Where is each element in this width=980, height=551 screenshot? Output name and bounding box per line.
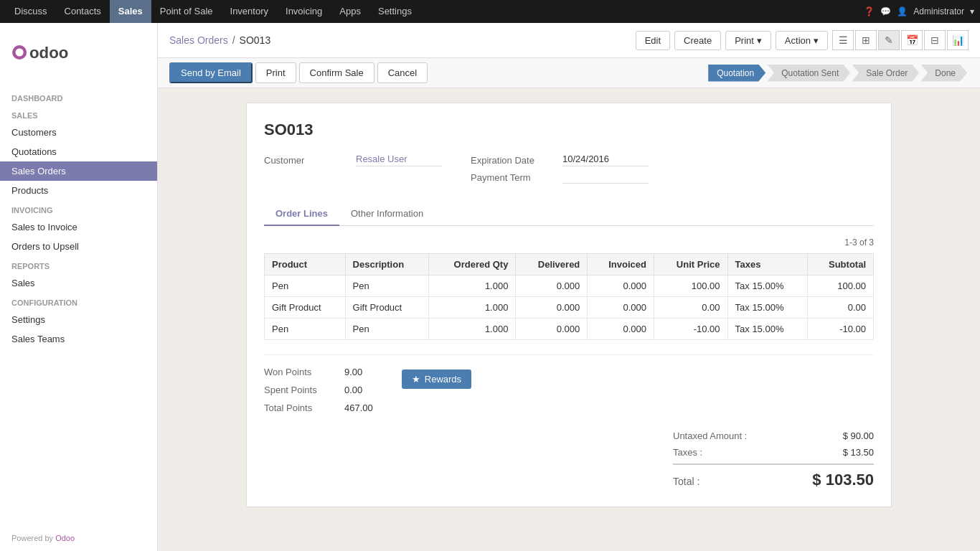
sidebar-section-reports: Reports [0, 256, 157, 273]
table-row[interactable]: Gift Product Gift Product 1.000 0.000 0.… [265, 297, 874, 319]
nav-invoicing[interactable]: Invoicing [277, 0, 331, 23]
cell-description: Gift Product [345, 297, 428, 319]
cell-delivered: 0.000 [516, 319, 588, 340]
col-subtotal: Subtotal [808, 254, 874, 276]
customer-value[interactable]: Resale User [356, 154, 442, 166]
nav-contacts[interactable]: Contacts [56, 0, 110, 23]
cancel-button[interactable]: Cancel [377, 62, 428, 83]
total-points-row: Total Points 467.00 [264, 402, 373, 413]
sidebar-item-sales-orders[interactable]: Sales Orders [0, 161, 157, 181]
sidebar-section-configuration: Configuration [0, 293, 157, 310]
form-view-icon[interactable]: ✎ [878, 30, 900, 50]
cell-description: Pen [345, 276, 428, 297]
nav-sales[interactable]: Sales [110, 0, 151, 23]
sidebar-item-products[interactable]: Products [0, 181, 157, 200]
action-button[interactable]: Action▾ [776, 31, 828, 50]
col-invoiced: Invoiced [588, 254, 654, 276]
rewards-button[interactable]: ★ Rewards [402, 369, 471, 389]
chat-icon[interactable]: 💬 [880, 6, 891, 17]
payment-term-row: Payment Term [471, 171, 649, 184]
cell-ordered-qty: 1.000 [428, 319, 516, 340]
table-row[interactable]: Pen Pen 1.000 0.000 0.000 100.00 Tax 15.… [265, 276, 874, 297]
sidebar-item-orders-to-upsell[interactable]: Orders to Upsell [0, 237, 157, 256]
sidebar-item-settings[interactable]: Settings [0, 310, 157, 329]
view-icons: ☰ ⊞ ✎ 📅 ⊟ 📊 [832, 30, 969, 50]
help-icon[interactable]: ❓ [864, 6, 875, 17]
sidebar-item-quotations[interactable]: Quotations [0, 142, 157, 161]
breadcrumb-current: SO013 [240, 34, 271, 46]
so-number: SO013 [264, 121, 874, 139]
cell-ordered-qty: 1.000 [428, 276, 516, 297]
main-content: Sales Orders / SO013 Edit Create Print▾ … [158, 23, 980, 551]
cell-product: Pen [265, 319, 346, 340]
confirm-sale-button[interactable]: Confirm Sale [299, 62, 374, 83]
total-label: Total : [673, 476, 699, 487]
calendar-view-icon[interactable]: 📅 [901, 30, 923, 50]
sidebar-item-customers[interactable]: Customers [0, 123, 157, 142]
send-by-email-button[interactable]: Send by Email [169, 62, 253, 83]
odoo-logo: odoo [11, 34, 83, 77]
nav-point-of-sale[interactable]: Point of Sale [151, 0, 222, 23]
print-button[interactable]: Print▾ [725, 31, 771, 50]
sidebar-item-sales-to-invoice[interactable]: Sales to Invoice [0, 217, 157, 237]
untaxed-amount-row: Untaxed Amount : $ 90.00 [673, 428, 874, 444]
top-nav-user: ❓ 💬 👤 Administrator ▾ [864, 6, 974, 17]
cell-invoiced: 0.000 [588, 319, 654, 340]
status-quotation[interactable]: Quotation [708, 65, 765, 82]
cell-ordered-qty: 1.000 [428, 297, 516, 319]
pivot-view-icon[interactable]: ⊟ [924, 30, 946, 50]
main-layout: odoo Dashboard Sales Customers Quotation… [0, 23, 980, 551]
sidebar-item-reports-sales[interactable]: Sales [0, 273, 157, 293]
breadcrumb-parent[interactable]: Sales Orders [169, 34, 228, 46]
total-value: $ 103.50 [812, 471, 874, 489]
table-row[interactable]: Pen Pen 1.000 0.000 0.000 -10.00 Tax 15.… [265, 319, 874, 340]
cell-invoiced: 0.000 [588, 276, 654, 297]
cell-product: Pen [265, 276, 346, 297]
cell-subtotal: -10.00 [808, 319, 874, 340]
nav-discuss[interactable]: Discuss [6, 0, 56, 23]
points-group: Won Points 9.00 Spent Points 0.00 Total … [264, 367, 373, 413]
form-tabs: Order Lines Other Information [264, 202, 874, 226]
spent-points-row: Spent Points 0.00 [264, 385, 373, 395]
expiration-date-value[interactable]: 10/24/2016 [562, 154, 649, 166]
taxes-value: $ 13.50 [843, 447, 874, 458]
tab-other-information[interactable]: Other Information [339, 202, 435, 226]
col-description: Description [345, 254, 428, 276]
nav-apps[interactable]: Apps [331, 0, 369, 23]
user-label[interactable]: Administrator [913, 6, 964, 17]
spent-points-label: Spent Points [264, 385, 336, 395]
print-action-button[interactable]: Print [255, 62, 296, 83]
col-taxes: Taxes [727, 254, 808, 276]
create-button[interactable]: Create [674, 31, 721, 50]
status-quotation-sent[interactable]: Quotation Sent [767, 65, 850, 82]
sidebar-logo: odoo [0, 23, 157, 88]
nav-inventory[interactable]: Inventory [222, 0, 277, 23]
col-ordered-qty: Ordered Qty [428, 254, 516, 276]
nav-settings[interactable]: Settings [369, 0, 420, 23]
cell-taxes: Tax 15.00% [727, 319, 808, 340]
status-done[interactable]: Done [920, 65, 967, 82]
taxes-label: Taxes : [673, 447, 702, 458]
won-points-value: 9.00 [344, 367, 362, 377]
kanban-view-icon[interactable]: ⊞ [855, 30, 877, 50]
graph-view-icon[interactable]: 📊 [947, 30, 969, 50]
cell-invoiced: 0.000 [588, 297, 654, 319]
totals-table: Untaxed Amount : $ 90.00 Taxes : $ 13.50… [673, 428, 874, 489]
cell-unit-price: -10.00 [654, 319, 727, 340]
edit-button[interactable]: Edit [636, 31, 670, 50]
sidebar-item-sales-teams[interactable]: Sales Teams [0, 329, 157, 349]
payment-term-value[interactable] [562, 171, 649, 184]
list-view-icon[interactable]: ☰ [832, 30, 854, 50]
col-delivered: Delivered [516, 254, 588, 276]
user-dropdown-icon[interactable]: ▾ [970, 6, 974, 17]
sidebar-footer: Powered by Odoo [0, 525, 157, 551]
dates-field-group: Expiration Date 10/24/2016 Payment Term [471, 154, 649, 188]
tab-order-lines[interactable]: Order Lines [264, 202, 339, 226]
cell-description: Pen [345, 319, 428, 340]
total-row: Total : $ 103.50 [673, 463, 874, 489]
odoo-footer-link[interactable]: Odoo [55, 534, 75, 542]
star-icon: ★ [412, 374, 420, 385]
status-sale-order[interactable]: Sale Order [852, 65, 919, 82]
customer-label: Customer [264, 155, 350, 166]
user-avatar-icon: 👤 [897, 6, 908, 17]
